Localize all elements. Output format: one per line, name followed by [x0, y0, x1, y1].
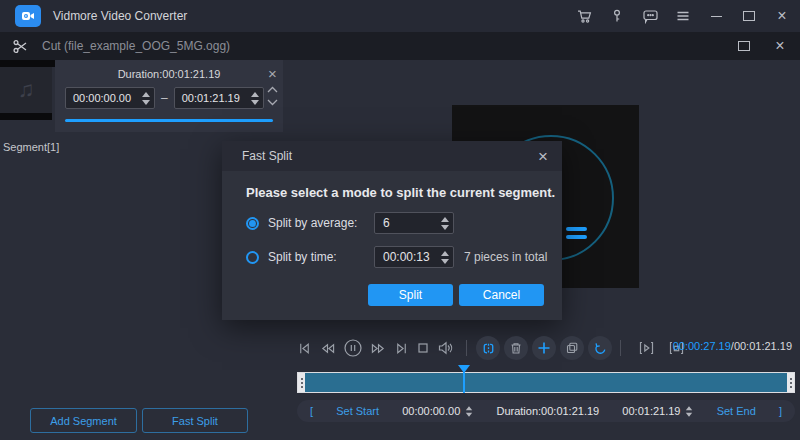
- split-icon[interactable]: [476, 336, 500, 360]
- music-note-icon: ♫: [18, 77, 35, 103]
- playhead-line[interactable]: [463, 372, 465, 393]
- pause-icon[interactable]: [343, 338, 363, 358]
- dialog-close-icon[interactable]: ×: [538, 148, 548, 165]
- segment-thumbnail[interactable]: ♫: [0, 67, 52, 113]
- feedback-icon[interactable]: [638, 4, 662, 28]
- dialog-title: Fast Split: [242, 149, 292, 163]
- add-segment-button[interactable]: Add Segment: [30, 408, 137, 433]
- minimize-icon[interactable]: [704, 4, 728, 28]
- split-average-value: 6: [383, 216, 390, 230]
- fast-split-button[interactable]: Fast Split: [142, 408, 248, 433]
- bracket-right: ]: [779, 405, 782, 417]
- volume-icon[interactable]: [437, 340, 455, 356]
- segment-duration: Duration:00:01:21.19: [65, 68, 273, 80]
- trim-end-value: 00:01:21.19: [622, 405, 680, 417]
- split-by-time-label: Split by time:: [268, 250, 374, 264]
- cancel-button[interactable]: Cancel: [459, 284, 544, 306]
- dialog-header: Fast Split ×: [222, 141, 562, 171]
- split-by-average-radio[interactable]: [246, 217, 259, 230]
- split-time-input[interactable]: 00:00:13: [374, 246, 454, 268]
- divider: [620, 340, 621, 356]
- trim-start-value: 00:00:00.00: [402, 405, 460, 417]
- divider: [466, 340, 467, 356]
- timeline-start-handle[interactable]: [298, 373, 305, 392]
- copy-icon[interactable]: [560, 336, 584, 360]
- split-by-time-row: Split by time: 00:00:13 7 pieces in tota…: [246, 246, 562, 268]
- app-logo: [15, 5, 41, 27]
- skip-start-icon[interactable]: [297, 341, 312, 356]
- reset-icon[interactable]: [588, 336, 612, 360]
- segment-close-icon[interactable]: ×: [268, 66, 277, 81]
- split-by-time-radio[interactable]: [246, 251, 259, 264]
- segment-start-input[interactable]: 00:00:00.00: [65, 87, 155, 109]
- segment-thumbnail-strip: [0, 113, 52, 120]
- equals-graphic: [566, 227, 587, 243]
- dialog-message: Please select a mode to split the curren…: [246, 185, 562, 200]
- set-start-button[interactable]: Set Start: [336, 405, 379, 417]
- rewind-icon[interactable]: [319, 341, 336, 356]
- total-time: /00:01:21.19: [731, 340, 792, 352]
- skip-end-icon[interactable]: [394, 341, 409, 356]
- forward-icon[interactable]: [370, 341, 387, 356]
- scissors-icon: [8, 34, 32, 58]
- cart-icon[interactable]: [572, 4, 596, 28]
- cut-maximize-icon[interactable]: [732, 34, 756, 58]
- trim-duration: Duration:00:01:21.19: [496, 405, 599, 417]
- segment-start-stepper[interactable]: [142, 92, 150, 105]
- cut-window-title: Cut (file_example_OOG_5MG.ogg): [42, 39, 230, 53]
- bracket-left: [: [310, 405, 313, 417]
- timeline-end-handle[interactable]: [787, 373, 794, 392]
- set-end-button[interactable]: Set End: [717, 405, 756, 417]
- split-by-average-row: Split by average: 6: [246, 212, 562, 234]
- current-time: 00:00:27.19: [673, 340, 731, 352]
- stop-icon[interactable]: [416, 341, 430, 355]
- delete-icon[interactable]: [504, 336, 528, 360]
- player-controls: 00:00:27.19/00:01:21.19: [297, 336, 795, 360]
- split-by-average-label: Split by average:: [268, 216, 374, 230]
- key-icon[interactable]: [605, 4, 629, 28]
- close-icon[interactable]: ×: [770, 4, 794, 28]
- split-time-stepper[interactable]: [441, 251, 449, 264]
- split-button[interactable]: Split: [368, 284, 453, 306]
- menu-icon[interactable]: [671, 4, 695, 28]
- split-average-stepper[interactable]: [441, 217, 449, 230]
- segment-editor-panel: Duration:00:01:21.19 00:00:00.00 – 00:01…: [55, 60, 283, 132]
- maximize-icon[interactable]: [737, 4, 761, 28]
- fast-split-dialog: Fast Split × Please select a mode to spl…: [222, 141, 562, 320]
- cut-close-icon[interactable]: ×: [768, 34, 792, 58]
- trim-end-input[interactable]: 00:01:21.19: [622, 405, 693, 418]
- trim-end-stepper[interactable]: [686, 406, 692, 416]
- trim-start-stepper[interactable]: [466, 406, 472, 416]
- chevron-down-icon[interactable]: [266, 98, 279, 107]
- pieces-note: 7 pieces in total: [464, 250, 547, 264]
- split-time-value: 00:00:13: [383, 250, 430, 264]
- segment-end-value: 00:01:21.19: [182, 92, 240, 104]
- cut-window-bar: Cut (file_example_OOG_5MG.ogg) ×: [0, 32, 800, 60]
- segment-end-input[interactable]: 00:01:21.19: [174, 87, 264, 109]
- app-window: Vidmore Video Converter × Cut (file_exam…: [0, 0, 800, 440]
- segment-label: Segment[1]: [3, 141, 59, 153]
- app-title: Vidmore Video Converter: [53, 9, 187, 23]
- play-segment-icon[interactable]: [638, 340, 655, 356]
- segment-progress-bar: [65, 119, 273, 122]
- segment-start-value: 00:00:00.00: [73, 92, 131, 104]
- timeline-track[interactable]: [297, 372, 795, 393]
- time-display: 00:00:27.19/00:01:21.19: [673, 340, 792, 352]
- add-icon[interactable]: [532, 336, 556, 360]
- title-bar: Vidmore Video Converter ×: [0, 0, 800, 32]
- range-separator: –: [161, 91, 168, 105]
- chevron-up-icon[interactable]: [266, 85, 279, 94]
- trim-settings-bar: [ Set Start 00:00:00.00 Duration:00:01:2…: [297, 400, 795, 422]
- trim-start-input[interactable]: 00:00:00.00: [402, 405, 473, 418]
- split-average-input[interactable]: 6: [374, 212, 454, 234]
- segment-end-stepper[interactable]: [251, 92, 259, 105]
